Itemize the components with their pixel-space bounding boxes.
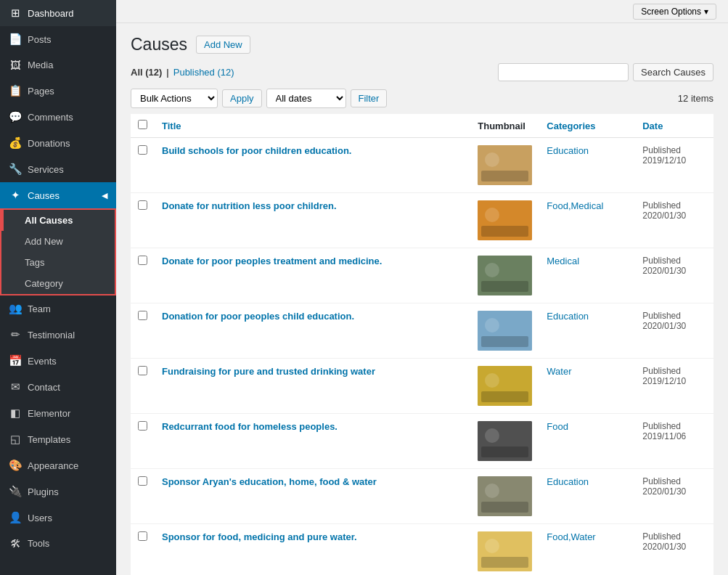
row-checkbox[interactable] xyxy=(138,421,147,431)
cause-title-link[interactable]: Build schools for poor children educatio… xyxy=(162,145,351,156)
sidebar-item-dashboard[interactable]: ⊞ Dashboard xyxy=(0,0,116,26)
category-link[interactable]: Food,Medical xyxy=(547,200,603,211)
category-link[interactable]: Education xyxy=(547,476,589,487)
causes-icon: ✦ xyxy=(9,189,22,202)
svg-point-4 xyxy=(485,208,499,222)
cause-title-link[interactable]: Sponsor Aryan's education, home, food & … xyxy=(162,476,377,487)
chevron-down-icon: ▾ xyxy=(704,7,708,17)
cause-title-link[interactable]: Donate for nutrition less poor children. xyxy=(162,200,337,211)
row-checkbox[interactable] xyxy=(138,531,147,541)
dashboard-icon: ⊞ xyxy=(9,7,22,20)
sidebar-item-users[interactable]: 👤 Users xyxy=(0,505,116,531)
category-link[interactable]: Education xyxy=(547,311,589,322)
sidebar-item-posts[interactable]: 📄 Posts xyxy=(0,26,116,52)
col-header-cb xyxy=(131,114,155,138)
date-cell: Published2020/01/30 xyxy=(635,469,713,524)
thumbnail-image xyxy=(478,531,532,571)
date-cell: Published2020/01/30 xyxy=(635,193,713,248)
category-link[interactable]: Medical xyxy=(547,256,579,266)
apply-button[interactable]: Apply xyxy=(222,89,262,107)
category-link[interactable]: Food xyxy=(547,421,568,432)
row-checkbox[interactable] xyxy=(138,200,147,210)
donations-icon: 💰 xyxy=(9,136,22,150)
sidebar-item-contact[interactable]: ✉ Contact xyxy=(0,374,116,400)
toolbar-left: Bulk Actions Apply All dates Filter xyxy=(131,89,387,108)
table-row: Build schools for poor children educatio… xyxy=(131,138,713,193)
templates-icon: ◱ xyxy=(9,433,22,446)
contact-icon: ✉ xyxy=(9,380,22,393)
sidebar-item-elementor[interactable]: ◧ Elementor xyxy=(0,400,116,426)
services-icon: 🔧 xyxy=(9,163,22,176)
page-title: Causes xyxy=(131,35,187,54)
svg-rect-2 xyxy=(481,171,528,182)
category-link[interactable]: Education xyxy=(547,145,589,156)
table-row: Sponsor for food, medicing and pure wate… xyxy=(131,524,713,576)
thumbnail-image xyxy=(478,476,532,516)
table-row: Fundraising for pure and trusted drinkin… xyxy=(131,359,713,414)
submenu-item-add-new[interactable]: Add New xyxy=(1,231,115,252)
sidebar-item-pages[interactable]: 📋 Pages xyxy=(0,78,116,104)
filter-button[interactable]: Filter xyxy=(351,89,388,107)
add-new-button[interactable]: Add New xyxy=(196,36,250,54)
page-header: Causes Add New xyxy=(131,35,713,54)
causes-arrow-icon: ◀ xyxy=(102,191,107,200)
category-link[interactable]: Food,Water xyxy=(547,531,595,542)
col-header-date[interactable]: Date xyxy=(635,114,713,138)
plugins-icon: 🔌 xyxy=(9,485,22,498)
sidebar-item-causes[interactable]: ✦ Causes ◀ xyxy=(0,182,116,208)
submenu-item-category[interactable]: Category xyxy=(1,273,115,294)
posts-icon: 📄 xyxy=(9,33,22,46)
sidebar-item-tools[interactable]: 🛠 Tools xyxy=(0,531,116,556)
table-row: Redcurrant food for homeless peoples. Fo… xyxy=(131,414,713,469)
elementor-icon: ◧ xyxy=(9,407,22,420)
svg-rect-20 xyxy=(481,502,528,513)
sidebar-item-events[interactable]: 📅 Events xyxy=(0,348,116,374)
cause-title-link[interactable]: Redcurrant food for homeless peoples. xyxy=(162,421,338,432)
category-link[interactable]: Water xyxy=(547,366,571,377)
sidebar-item-testimonial[interactable]: ✏ Testimonial xyxy=(0,322,116,348)
svg-rect-8 xyxy=(481,281,528,292)
col-header-title[interactable]: Title xyxy=(155,114,470,138)
sidebar-item-comments[interactable]: 💬 Comments xyxy=(0,104,116,130)
cause-title-link[interactable]: Donation for poor peoples child educatio… xyxy=(162,311,354,322)
sidebar-item-donations[interactable]: 💰 Donations xyxy=(0,130,116,156)
svg-rect-23 xyxy=(481,557,528,568)
media-icon: 🖼 xyxy=(9,59,22,71)
select-all-checkbox[interactable] xyxy=(138,120,147,129)
filter-all-link[interactable]: All (12) xyxy=(131,67,162,78)
filter-links: All (12) | Published (12) xyxy=(131,67,234,78)
bulk-actions-select[interactable]: Bulk Actions xyxy=(131,89,218,108)
sidebar-item-templates[interactable]: ◱ Templates xyxy=(0,426,116,452)
row-checkbox[interactable] xyxy=(138,145,147,155)
search-causes-input[interactable] xyxy=(498,63,629,81)
row-checkbox[interactable] xyxy=(138,311,147,320)
col-header-thumbnail: Thumbnail xyxy=(470,114,539,138)
cause-title-link[interactable]: Fundraising for pure and trusted drinkin… xyxy=(162,366,375,377)
svg-point-16 xyxy=(485,428,499,443)
screen-options-button[interactable]: Screen Options ▾ xyxy=(633,4,716,20)
thumbnail-image xyxy=(478,145,532,185)
submenu-item-all-causes[interactable]: All Causes xyxy=(1,210,115,231)
date-cell: Published2019/12/10 xyxy=(635,359,713,414)
svg-rect-17 xyxy=(481,446,528,457)
sidebar-item-team[interactable]: 👥 Team xyxy=(0,295,116,322)
cause-title-link[interactable]: Sponsor for food, medicing and pure wate… xyxy=(162,531,357,542)
row-checkbox[interactable] xyxy=(138,256,147,265)
sidebar-item-plugins[interactable]: 🔌 Plugins xyxy=(0,478,116,505)
search-causes-button[interactable]: Search Causes xyxy=(633,63,713,81)
svg-point-10 xyxy=(485,318,499,333)
events-icon: 📅 xyxy=(9,354,22,367)
sidebar-item-services[interactable]: 🔧 Services xyxy=(0,156,116,182)
svg-point-22 xyxy=(485,539,499,553)
date-cell: Published2019/12/10 xyxy=(635,138,713,193)
dates-filter-select[interactable]: All dates xyxy=(266,89,346,108)
sidebar-item-appearance[interactable]: 🎨 Appearance xyxy=(0,452,116,478)
cause-title-link[interactable]: Donate for poor peoples treatment and me… xyxy=(162,256,382,266)
submenu-item-tags[interactable]: Tags xyxy=(1,252,115,273)
row-checkbox[interactable] xyxy=(138,366,147,375)
table-row: Donate for poor peoples treatment and me… xyxy=(131,248,713,303)
row-checkbox[interactable] xyxy=(138,476,147,486)
col-header-categories[interactable]: Categories xyxy=(539,114,635,138)
filter-published-link[interactable]: Published (12) xyxy=(173,67,234,78)
sidebar-item-media[interactable]: 🖼 Media xyxy=(0,52,116,78)
